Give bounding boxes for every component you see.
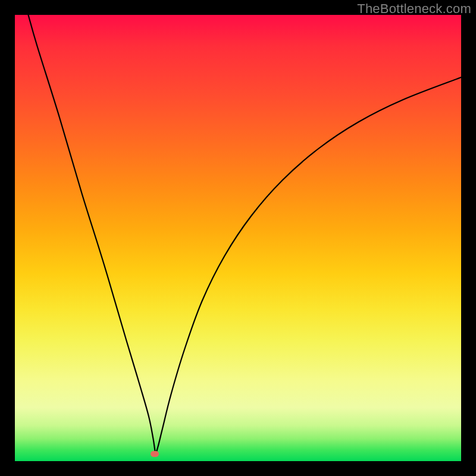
plot-area (15, 15, 461, 461)
minimum-marker (151, 451, 159, 457)
watermark-text: TheBottleneck.com (357, 1, 471, 17)
bottleneck-curve (15, 15, 461, 461)
chart-frame: TheBottleneck.com (0, 0, 476, 476)
